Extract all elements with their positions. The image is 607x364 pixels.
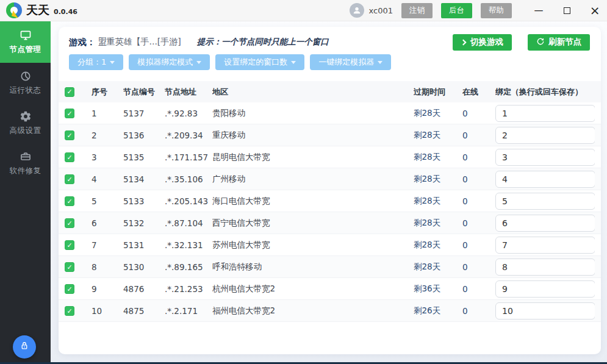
expires-cell: 剩28天 — [414, 174, 462, 185]
minimize-button[interactable]: — — [534, 5, 544, 15]
emulator-bind-mode-dropdown[interactable]: 模拟器绑定模式 — [129, 54, 210, 70]
row-checkbox[interactable]: ✓ — [65, 109, 74, 118]
row-checkbox[interactable]: ✓ — [65, 240, 74, 250]
switch-game-label: 切换游戏 — [470, 37, 503, 48]
expires-cell: 剩26天 — [414, 305, 462, 316]
refresh-nodes-label: 刷新节点 — [548, 37, 581, 48]
sidebar-item-run-status[interactable]: 运行状态 — [0, 63, 51, 103]
seq-cell: 3 — [92, 152, 123, 162]
row-checkbox-cell: ✓ — [65, 108, 92, 119]
group-dropdown[interactable]: 分组：1 — [69, 54, 123, 70]
check-icon: ✓ — [66, 110, 72, 117]
table-row: ✓15137.*.92.83贵阳移动剩28天0 — [59, 102, 601, 124]
bind-input[interactable] — [495, 302, 595, 319]
select-all-checkbox[interactable]: ✓ — [65, 87, 74, 97]
online-cell: 0 — [462, 109, 495, 118]
check-icon: ✓ — [66, 132, 72, 139]
bind-cell — [495, 127, 595, 144]
table-row: ✓35135.*.171.157昆明电信大带宽剩28天0 — [59, 146, 601, 168]
bind-input[interactable] — [495, 215, 595, 232]
app-logo-icon — [6, 2, 22, 18]
row-checkbox-cell: ✓ — [65, 305, 92, 316]
seq-cell: 2 — [92, 130, 123, 140]
region-cell: 海口电信大带宽 — [212, 196, 414, 207]
address-cell: .*.205.143 — [165, 196, 212, 206]
chevron-down-icon — [291, 61, 296, 64]
check-icon: ✓ — [66, 308, 72, 315]
bind-input[interactable] — [495, 171, 595, 188]
col-online: 在线 — [462, 87, 495, 98]
gear-icon — [20, 110, 32, 123]
node-id-cell: 5134 — [123, 174, 165, 184]
titlebar: 天天 0.0.46 xc001 注销 后台 帮助 — × — [0, 0, 607, 21]
bind-input[interactable] — [495, 259, 595, 276]
expires-cell: 剩28天 — [414, 108, 462, 119]
titlebar-branding: 天天 0.0.46 — [6, 2, 77, 18]
logout-button[interactable]: 注销 — [401, 3, 433, 18]
refresh-nodes-button[interactable]: 刷新节点 — [528, 34, 590, 51]
one-key-bind-label: 一键绑定模拟器 — [318, 57, 374, 68]
bind-input[interactable] — [495, 237, 595, 254]
content-card: 游戏： 盟重英雄【手...[手游] 提示：一个节点同时只能上一个窗口 切换游戏 … — [59, 27, 601, 354]
bind-input[interactable] — [495, 280, 595, 298]
col-address: 节点地址 — [165, 87, 212, 98]
check-icon: ✓ — [66, 176, 72, 183]
lock-icon — [19, 340, 30, 354]
sidebar-item-node-management[interactable]: 节点管理 — [0, 21, 51, 63]
address-cell: .*.35.106 — [165, 174, 212, 184]
table-row: ✓94876.*.21.253杭州电信大带宽2剩36天0 — [59, 278, 601, 300]
check-icon: ✓ — [66, 220, 72, 227]
row-checkbox-cell: ✓ — [65, 240, 92, 251]
help-button[interactable]: 帮助 — [481, 3, 512, 18]
address-cell: .*.171.157 — [165, 152, 212, 162]
pie-chart-icon — [20, 70, 32, 82]
node-id-cell: 5130 — [123, 262, 165, 272]
row-checkbox[interactable]: ✓ — [65, 174, 74, 184]
row-checkbox[interactable]: ✓ — [65, 306, 74, 316]
sidebar-item-software-repair[interactable]: 软件修复 — [0, 143, 51, 184]
main-area: 游戏： 盟重英雄【手...[手游] 提示：一个节点同时只能上一个窗口 切换游戏 … — [51, 21, 607, 362]
table-row: ✓85130.*.89.165呼和浩特移动剩28天0 — [59, 256, 601, 278]
filter-row: 分组：1 模拟器绑定模式 设置绑定的窗口数 一键绑定模拟器 — [69, 54, 391, 70]
bind-cell — [495, 215, 595, 232]
bind-input[interactable] — [495, 149, 595, 166]
window-count-label: 设置绑定的窗口数 — [224, 57, 287, 68]
window-count-dropdown[interactable]: 设置绑定的窗口数 — [215, 54, 304, 70]
bind-input[interactable] — [495, 127, 595, 144]
online-cell: 0 — [462, 262, 495, 272]
check-icon: ✓ — [66, 242, 72, 249]
row-checkbox-cell: ✓ — [65, 284, 92, 294]
col-node-id: 节点编号 — [123, 87, 165, 98]
row-checkbox[interactable]: ✓ — [65, 196, 74, 206]
bind-input[interactable] — [495, 193, 595, 210]
node-id-cell: 5137 — [123, 109, 165, 118]
sidebar-item-label: 运行状态 — [10, 85, 41, 96]
app-window: 天天 0.0.46 xc001 注销 后台 帮助 — × 节点管理 — [0, 0, 607, 364]
region-cell: 呼和浩特移动 — [212, 262, 414, 273]
close-button[interactable]: × — [590, 5, 600, 15]
bind-cell — [495, 302, 595, 319]
switch-game-button[interactable]: 切换游戏 — [453, 34, 512, 51]
node-id-cell: 4875 — [123, 306, 165, 316]
sidebar-item-advanced-settings[interactable]: 高级设置 — [0, 103, 51, 143]
row-checkbox[interactable]: ✓ — [65, 262, 74, 272]
one-key-bind-dropdown[interactable]: 一键绑定模拟器 — [310, 54, 391, 70]
row-checkbox-cell: ✓ — [65, 174, 92, 185]
row-checkbox[interactable]: ✓ — [65, 152, 74, 162]
sidebar-item-label: 高级设置 — [10, 126, 41, 136]
bind-cell — [495, 193, 595, 210]
seq-cell: 5 — [92, 196, 123, 206]
backend-button[interactable]: 后台 — [441, 3, 472, 18]
maximize-button[interactable] — [562, 5, 572, 15]
table-row: ✓65132.*.87.104西宁电信大带宽剩28天0 — [59, 212, 601, 234]
bind-input[interactable] — [495, 105, 595, 122]
expires-cell: 剩28天 — [414, 152, 462, 163]
online-cell: 0 — [462, 174, 495, 184]
lock-button[interactable] — [13, 335, 36, 359]
row-checkbox[interactable]: ✓ — [65, 130, 74, 140]
row-checkbox[interactable]: ✓ — [65, 218, 74, 228]
region-cell: 苏州电信大带宽 — [212, 240, 414, 251]
expires-cell: 剩28天 — [414, 218, 462, 229]
row-checkbox[interactable]: ✓ — [65, 284, 74, 294]
toolbox-icon — [20, 151, 32, 163]
